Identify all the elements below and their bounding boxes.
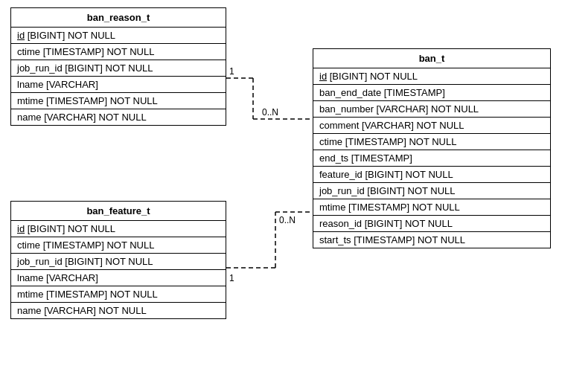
table-row: ctime [TIMESTAMP] NOT NULL <box>11 44 226 60</box>
diagram-container: ban_reason_t id [BIGINT] NOT NULL ctime … <box>0 0 562 392</box>
pk-field: id <box>17 223 25 234</box>
table-row: name [VARCHAR] NOT NULL <box>11 109 226 125</box>
cardinality-label-1: 1 <box>229 66 234 77</box>
pk-field: id <box>17 30 25 41</box>
table-row: feature_id [BIGINT] NOT NULL <box>313 167 550 183</box>
table-ban-t-header: ban_t <box>313 49 550 68</box>
table-row: job_run_id [BIGINT] NOT NULL <box>11 60 226 77</box>
table-row: id [BIGINT] NOT NULL <box>11 221 226 237</box>
table-row: mtime [TIMESTAMP] NOT NULL <box>11 93 226 109</box>
field-type: [BIGINT] NOT NULL <box>28 223 115 234</box>
table-row: id [BIGINT] NOT NULL <box>313 68 550 85</box>
table-row: mtime [TIMESTAMP] NOT NULL <box>11 286 226 303</box>
table-ban-t: ban_t id [BIGINT] NOT NULL ban_end_date … <box>313 48 551 248</box>
table-ban-reason-t: ban_reason_t id [BIGINT] NOT NULL ctime … <box>10 7 226 126</box>
table-row: job_run_id [BIGINT] NOT NULL <box>313 183 550 199</box>
table-row: mtime [TIMESTAMP] NOT NULL <box>313 199 550 216</box>
table-row: end_ts [TIMESTAMP] <box>313 150 550 167</box>
table-row: ban_number [VARCHAR] NOT NULL <box>313 101 550 118</box>
table-ban-reason-t-header: ban_reason_t <box>11 8 226 28</box>
table-row: ctime [TIMESTAMP] NOT NULL <box>11 237 226 254</box>
field-type: [BIGINT] NOT NULL <box>330 71 418 82</box>
table-row: ctime [TIMESTAMP] NOT NULL <box>313 134 550 150</box>
table-row: lname [VARCHAR] <box>11 270 226 286</box>
table-row: job_run_id [BIGINT] NOT NULL <box>11 254 226 270</box>
pk-field: id <box>319 71 327 82</box>
table-row: name [VARCHAR] NOT NULL <box>11 303 226 318</box>
field-type: [BIGINT] NOT NULL <box>28 30 115 41</box>
table-row: start_ts [TIMESTAMP] NOT NULL <box>313 232 550 248</box>
table-row: comment [VARCHAR] NOT NULL <box>313 118 550 134</box>
cardinality-label-0nb: 0..N <box>279 215 296 225</box>
cardinality-label-1b: 1 <box>229 273 234 283</box>
table-row: reason_id [BIGINT] NOT NULL <box>313 216 550 232</box>
table-row: id [BIGINT] NOT NULL <box>11 28 226 44</box>
table-row: ban_end_date [TIMESTAMP] <box>313 85 550 101</box>
table-row: lname [VARCHAR] <box>11 77 226 93</box>
table-ban-feature-t: ban_feature_t id [BIGINT] NOT NULL ctime… <box>10 201 226 319</box>
table-ban-feature-t-header: ban_feature_t <box>11 202 226 221</box>
cardinality-label-0n: 0..N <box>262 107 278 118</box>
